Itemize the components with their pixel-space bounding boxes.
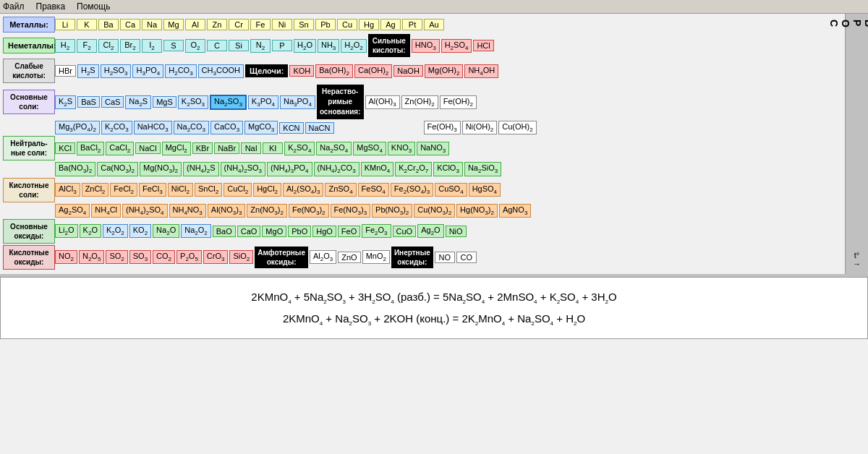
cell-NO2[interactable]: NO2 [55,250,77,264]
cell-Na2O[interactable]: Na2O [153,224,179,238]
cell-H2SO4[interactable]: H2SO4 [441,39,472,53]
cell-NaBr[interactable]: NaBr [214,142,239,154]
cell-MgCO3[interactable]: MgCO3 [244,121,278,134]
cell-NaCl[interactable]: NaCl [135,142,160,154]
cell-NH42SO3[interactable]: (NH4)2SO3 [221,162,266,176]
cell-Al2SO43[interactable]: Al2(SO4)3 [283,183,323,197]
cell-NH42S[interactable]: (NH4)2S [183,162,218,176]
cell-NH42SO4[interactable]: (NH4)2SO4 [122,204,168,218]
cell-KOH[interactable]: KOH [289,65,314,77]
menu-help[interactable]: Помощь [77,1,110,12]
cell-KCN[interactable]: KCN [279,122,303,134]
cell-BaCl2[interactable]: BaCl2 [77,142,104,155]
cell-Fe2SO43[interactable]: Fe2(SO4)3 [391,183,433,197]
cell-H2O[interactable]: H2O [294,39,316,53]
cell-Cu[interactable]: Cu [337,19,357,30]
cell-NH42CO3[interactable]: (NH4)2CO3 [314,162,359,176]
cell-FeSO4[interactable]: FeSO4 [358,183,389,197]
cell-K2SO4[interactable]: K2SO4 [284,142,315,155]
cell-CuCl2[interactable]: CuCl2 [224,183,252,197]
cell-FeOH2[interactable]: Fe(OH)2 [440,95,477,109]
cell-KMnO4[interactable]: KMnO4 [361,162,394,176]
cell-SnCl2[interactable]: SnCl2 [195,183,222,197]
cell-CaOH2[interactable]: Ca(OH)2 [354,64,392,78]
cell-HgSO4[interactable]: HgSO4 [469,183,501,197]
cell-Li2O[interactable]: Li2O [55,224,78,238]
sbroc-label[interactable]: СБРОС [828,20,869,30]
cell-FeCl3[interactable]: FeCl3 [139,183,166,197]
cell-N2O5[interactable]: N2O5 [79,250,104,264]
cell-H2S[interactable]: H2S [77,64,99,78]
cell-NH43PO4[interactable]: (NH4)3PO4 [267,162,312,176]
sbroc-button[interactable]: СБРОС [828,20,869,30]
cell-KCl[interactable]: KCl [55,142,75,154]
cell-AlNO33[interactable]: Al(NO3)3 [208,204,246,218]
cell-NH4NO3[interactable]: NH4NO3 [169,204,206,218]
cell-HgCl2[interactable]: HgCl2 [253,183,281,197]
cell-CuNO32[interactable]: Cu(NO3)2 [414,204,455,218]
cell-Fe2O3[interactable]: Fe2O3 [362,224,391,238]
menu-file[interactable]: Файл [3,1,25,12]
cell-K2CO3[interactable]: K2CO3 [101,121,132,134]
cell-PbNO32[interactable]: Pb(NO3)2 [372,204,412,218]
menu-edit[interactable]: Правка [36,1,66,12]
cell-PbO[interactable]: PbO [288,226,311,237]
cell-MgCl2[interactable]: MgCl2 [162,142,191,155]
cell-S[interactable]: S [163,40,184,51]
cell-Na2S[interactable]: Na2S [125,95,151,109]
cell-CuOH2[interactable]: Cu(OH)2 [498,121,536,134]
cell-CuO[interactable]: CuO [393,226,417,237]
cell-I2[interactable]: I2 [142,39,162,53]
cell-MgS[interactable]: MgS [153,96,176,108]
cell-SO2[interactable]: SO2 [106,250,127,264]
cell-Ca[interactable]: Ca [120,19,140,30]
cell-K2SO3[interactable]: K2SO3 [178,95,208,109]
cell-NiO[interactable]: NiO [446,226,467,237]
cell-Mg3PO42[interactable]: Mg3(PO4)2 [55,121,100,134]
temp-icon[interactable]: t°→ [853,251,861,268]
cell-BaO[interactable]: BaO [213,226,236,237]
cell-AlCl3[interactable]: AlCl3 [55,183,80,197]
cell-Si[interactable]: Si [229,40,249,51]
cell-K[interactable]: K [77,19,97,30]
cell-CaCO3[interactable]: CaCO3 [210,121,243,134]
cell-BaS[interactable]: BaS [77,96,100,108]
cell-MnO2[interactable]: MnO2 [362,250,390,264]
cell-KBr[interactable]: KBr [192,142,213,154]
cell-MgO[interactable]: MgO [262,226,286,237]
cell-AlOH3[interactable]: Al(OH)3 [365,95,400,109]
cell-CaCl2[interactable]: CaCl2 [106,142,134,155]
cell-AgNO3[interactable]: AgNO3 [499,204,531,218]
cell-CO2[interactable]: CO2 [153,250,175,264]
cell-H3PO4[interactable]: H3PO4 [132,64,163,78]
cell-NaI[interactable]: NaI [241,142,261,154]
cell-Na2O2[interactable]: Na2O2 [181,224,211,238]
cell-KNO3[interactable]: KNO3 [388,142,415,155]
cell-Ag2SO4[interactable]: Ag2SO4 [55,204,90,218]
cell-ZnOH2[interactable]: Zn(OH)2 [401,95,438,109]
cell-CO[interactable]: CO [456,252,477,263]
cell-Fe[interactable]: Fe [250,19,271,30]
cell-K2O[interactable]: K2O [80,224,101,238]
cell-HBr[interactable]: HBr [55,65,76,77]
cell-NO[interactable]: NO [435,252,455,263]
cell-CH3COOH[interactable]: CH3COOH [198,64,244,78]
cell-Na[interactable]: Na [142,19,162,30]
cell-FeCl2[interactable]: FeCl2 [110,183,137,197]
cell-Ni[interactable]: Ni [272,19,292,30]
cell-HNO3[interactable]: HNO3 [412,39,440,53]
cell-Na2SO4[interactable]: Na2SO4 [316,142,352,155]
cell-CaNO32[interactable]: Ca(NO3)2 [97,162,138,176]
cell-Mg[interactable]: Mg [163,19,184,30]
cell-K2S[interactable]: K2S [55,95,76,109]
cell-HgNO32[interactable]: Hg(NO3)2 [456,204,498,218]
cell-CaO[interactable]: CaO [237,226,261,237]
cell-ZnCl2[interactable]: ZnCl2 [82,183,109,197]
cell-ZnNO32[interactable]: Zn(NO3)2 [247,204,287,218]
cell-NH4Cl[interactable]: NH4Cl [91,204,121,218]
cell-NH3[interactable]: NH3 [318,39,339,53]
cell-KI[interactable]: KI [263,142,283,154]
cell-HgO[interactable]: HgO [312,226,336,237]
cell-H2SO3[interactable]: H2SO3 [101,64,132,78]
cell-MgOH2[interactable]: Mg(OH)2 [425,64,464,78]
